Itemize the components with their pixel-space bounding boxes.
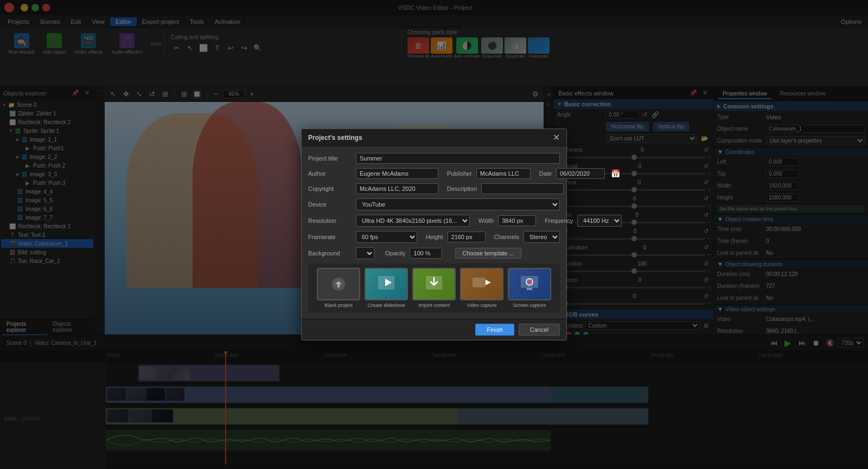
project-title-row: Project title: [308, 153, 560, 164]
project-title-input[interactable]: [356, 153, 560, 164]
vcapture-label: Video capture: [467, 303, 496, 308]
svg-marker-11: [486, 280, 491, 285]
width-input[interactable]: [498, 215, 536, 226]
copyright-input[interactable]: [356, 183, 438, 194]
channels-label: Channels: [494, 234, 519, 240]
scapture-label: Screen capture: [513, 303, 546, 308]
publisher-label: Publisher: [447, 170, 472, 177]
resolution-label: Resolution: [308, 217, 352, 224]
framerate-row: Framerate 60 fps Height Channels Stereo: [308, 231, 560, 243]
modal-title: Project's settings: [308, 134, 362, 142]
background-label: Background: [308, 250, 352, 256]
publisher-input[interactable]: [476, 168, 531, 179]
svg-rect-10: [473, 278, 486, 287]
device-select[interactable]: YouTube: [356, 198, 560, 210]
blank-label: Blank project: [324, 303, 353, 308]
height-input[interactable]: [448, 232, 486, 242]
date-label: Date: [539, 170, 552, 177]
copyright-label: Copyright: [308, 185, 352, 192]
scapture-thumb: [508, 268, 551, 300]
template-vcapture[interactable]: Video capture: [460, 268, 503, 308]
modal-close-button[interactable]: ✕: [553, 132, 560, 143]
frequency-select[interactable]: 44100 Hz: [577, 215, 622, 227]
device-label: Device: [308, 201, 352, 208]
svg-rect-13: [527, 288, 532, 290]
slideshow-label: Create slideshow: [367, 303, 405, 308]
cancel-button[interactable]: Cancel: [519, 324, 560, 336]
slideshow-thumb: [365, 268, 408, 300]
template-import[interactable]: Import content: [412, 268, 456, 308]
template-blank[interactable]: Blank project: [317, 268, 360, 308]
description-input[interactable]: [481, 183, 564, 194]
background-row: Background Opacity Choose template ...: [308, 247, 560, 259]
author-row: Author Publisher Date 📅: [308, 168, 560, 179]
copyright-row: Copyright Description: [308, 183, 560, 194]
author-label: Author: [308, 170, 352, 177]
height-label: Height: [426, 234, 443, 240]
width-label: Width: [478, 217, 494, 224]
import-thumb: [412, 268, 456, 300]
opacity-label: Opacity: [385, 250, 405, 256]
modal-body: Project title Author Publisher Date 📅 Co…: [302, 146, 566, 319]
channels-select[interactable]: Stereo: [524, 231, 560, 243]
framerate-label: Framerate: [308, 234, 352, 240]
modal-overlay: Project's settings ✕ Project title Autho…: [0, 0, 868, 469]
vcapture-thumb: [460, 268, 503, 300]
project-title-label: Project title: [308, 155, 352, 162]
template-scapture[interactable]: Screen capture: [508, 268, 551, 308]
framerate-select[interactable]: 60 fps: [356, 231, 417, 243]
background-select[interactable]: [356, 247, 374, 259]
description-label: Description: [447, 185, 477, 192]
resolution-row: Resolution Ultra HD 4K 3840x2160 pixels …: [308, 215, 560, 227]
modal-header: Project's settings ✕: [302, 129, 566, 146]
resolution-select[interactable]: Ultra HD 4K 3840x2160 pixels (16...: [356, 215, 470, 227]
date-input[interactable]: [556, 168, 605, 179]
template-slideshow[interactable]: Create slideshow: [365, 268, 408, 308]
choose-template-button[interactable]: Choose template ...: [455, 248, 521, 259]
calendar-icon[interactable]: 📅: [609, 169, 622, 178]
device-row: Device YouTube: [308, 198, 560, 210]
import-label: Import content: [418, 303, 450, 308]
opacity-input[interactable]: [410, 248, 442, 259]
template-grid: Blank project Create slideshow Import co…: [308, 264, 560, 312]
blank-thumb: [317, 268, 360, 300]
finish-button[interactable]: Finish: [475, 324, 514, 336]
modal-footer: Finish Cancel: [302, 319, 566, 340]
frequency-label: Frequency: [545, 217, 573, 224]
svg-point-15: [528, 280, 531, 284]
author-input[interactable]: [356, 168, 438, 179]
project-settings-modal: Project's settings ✕ Project title Autho…: [301, 129, 567, 340]
